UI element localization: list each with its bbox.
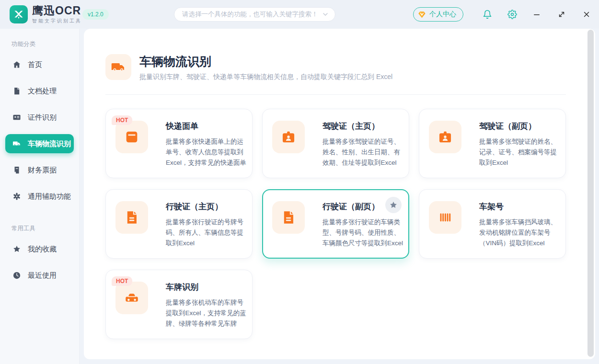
- truck-icon: [105, 54, 131, 80]
- card-title: 车牌识别: [166, 282, 246, 293]
- page-subtitle: 批量识别车牌、驾驶证、快递单等车辆物流相关信息，自动提取关键字段汇总到 Exce…: [139, 73, 392, 81]
- card-desc: 批量将多张快递面单上的运单号、收寄人信息等提取到Excel，支持常见的快递面单: [166, 136, 246, 168]
- card-title: 车架号: [479, 201, 560, 212]
- card-desc: 批量将多张行驶证的号牌号码、所有人、车辆信息等提取到Excel: [166, 217, 246, 249]
- version-badge: v1.2.0: [82, 9, 109, 20]
- sidebar-section-label: 常用工具: [0, 213, 79, 239]
- card-title: 快递面单: [166, 121, 246, 132]
- chevron-down-icon: [322, 11, 329, 18]
- card-desc: 批量将多张行驶证的车辆类型、号牌号码、使用性质、车辆颜色尺寸等提取到Excel: [323, 217, 403, 249]
- hot-badge: HOT: [112, 115, 132, 125]
- sidebar-item-label: 证件识别: [28, 113, 57, 122]
- document-lines-icon: [272, 201, 305, 234]
- hot-badge: HOT: [112, 276, 132, 286]
- card-desc: 批量将多张驾驶证的姓名、记录、证号、档案编号等提取到Excel: [479, 136, 560, 168]
- star-icon: [389, 201, 398, 209]
- receipt-icon: [12, 166, 21, 174]
- truck-icon: [12, 139, 21, 148]
- card-title: 行驶证（主页）: [166, 201, 246, 212]
- category-header: 车辆物流识别 批量识别车牌、驾驶证、快递单等车辆物流相关信息，自动提取关键字段汇…: [105, 54, 566, 81]
- gear-icon[interactable]: [507, 10, 517, 19]
- sidebar-item-label: 通用辅助功能: [28, 192, 71, 201]
- main-panel: 车辆物流识别 批量识别车牌、驾驶证、快递单等车辆物流相关信息，自动提取关键字段汇…: [84, 29, 595, 359]
- card-vehicle-license-secondary[interactable]: 行驶证（副页） 批量将多张行驶证的车辆类型、号牌号码、使用性质、车辆颜色尺寸等提…: [262, 189, 409, 259]
- sidebar-item-label: 财务票据: [28, 166, 57, 175]
- brand-block: 鹰迅OCR 智能文字识别工具: [32, 4, 82, 24]
- minimize-icon[interactable]: [532, 10, 541, 19]
- feature-card-grid: HOT 快递面单 批量将多张快递面单上的运单号、收寄人信息等提取到Excel，支…: [105, 109, 566, 339]
- card-desc: 批量将多张车辆挡风玻璃、发动机铭牌位置的车架号（VIN码）提取到Excel: [479, 217, 560, 249]
- sidebar-item-recent[interactable]: 最近使用: [5, 266, 74, 285]
- card-driver-license-secondary[interactable]: 驾驶证（副页） 批量将多张驾驶证的姓名、记录、证号、档案编号等提取到Excel: [419, 109, 566, 178]
- document-icon: [12, 87, 21, 95]
- sidebar-item-finance-tickets[interactable]: 财务票据: [5, 160, 74, 180]
- user-center-button[interactable]: 个人中心: [413, 7, 463, 22]
- id-card-icon: [12, 113, 21, 122]
- app-logo-icon: [10, 5, 28, 23]
- page-title: 车辆物流识别: [139, 54, 392, 68]
- id-badge-icon: [272, 121, 305, 153]
- sidebar-item-documents[interactable]: 文档处理: [5, 81, 74, 101]
- app-tagline: 智能文字识别工具: [32, 18, 82, 24]
- sidebar-item-favorites[interactable]: 我的收藏: [5, 239, 74, 259]
- sidebar-item-general-tools[interactable]: 通用辅助功能: [5, 187, 74, 206]
- card-desc: 批量将多张机动车的车牌号提取到Excel，支持常见的蓝牌、绿牌等各种常见车牌: [166, 297, 246, 329]
- sidebar: 功能分类 首页 文档处理 证件识别: [0, 29, 80, 364]
- barcode-icon: [429, 201, 461, 234]
- header-divider: [105, 94, 566, 95]
- sidebar-item-label: 最近使用: [28, 271, 57, 280]
- clock-icon: [12, 271, 21, 280]
- home-icon: [12, 60, 21, 69]
- sidebar-item-label: 首页: [28, 60, 42, 69]
- card-title: 驾驶证（副页）: [479, 121, 560, 132]
- function-search-select[interactable]: 请选择一个具体的功能，也可输入关键字搜索！: [174, 7, 335, 22]
- bell-icon[interactable]: [483, 10, 492, 19]
- sidebar-item-label: 车辆物流识别: [28, 139, 71, 148]
- card-title: 驾驶证（主页）: [323, 121, 403, 132]
- close-icon[interactable]: [582, 10, 591, 19]
- card-express-waybill[interactable]: HOT 快递面单 批量将多张快递面单上的运单号、收寄人信息等提取到Excel，支…: [105, 109, 253, 178]
- card-desc: 批量将多张驾驶证的证号、姓名、性别、出生日期、有效期、住址等提取到Excel: [323, 136, 403, 168]
- sidebar-item-label: 文档处理: [28, 87, 57, 96]
- car-icon: [115, 282, 148, 314]
- app-title: 鹰迅OCR: [32, 4, 82, 17]
- topbar: 鹰迅OCR 智能文字识别工具 v1.2.0 请选择一个具体的功能，也可输入关键字…: [0, 0, 599, 29]
- sidebar-section-label: 功能分类: [0, 36, 79, 55]
- vertical-scrollbar[interactable]: [587, 30, 594, 357]
- vip-gem-icon: [417, 10, 426, 19]
- favorite-star-button[interactable]: [385, 197, 402, 213]
- card-driver-license-main[interactable]: 驾驶证（主页） 批量将多张驾驶证的证号、姓名、性别、出生日期、有效期、住址等提取…: [262, 109, 409, 178]
- sidebar-item-id-recognition[interactable]: 证件识别: [5, 108, 74, 127]
- sidebar-item-vehicle-logistics[interactable]: 车辆物流识别: [5, 134, 74, 153]
- resize-icon[interactable]: [557, 10, 566, 19]
- document-lines-icon: [115, 201, 148, 234]
- id-badge-icon: [429, 121, 461, 153]
- search-placeholder: 请选择一个具体的功能，也可输入关键字搜索！: [182, 10, 322, 19]
- star-icon: [12, 245, 21, 253]
- card-vehicle-license-main[interactable]: 行驶证（主页） 批量将多张行驶证的号牌号码、所有人、车辆信息等提取到Excel: [105, 189, 253, 259]
- sidebar-item-home[interactable]: 首页: [5, 55, 74, 74]
- sidebar-item-label: 我的收藏: [28, 245, 57, 254]
- gear-asterisk-icon: [12, 192, 21, 201]
- user-center-label: 个人中心: [429, 10, 456, 19]
- card-license-plate[interactable]: HOT 车牌识别 批量将多张机动车的车牌号提取到Excel，支持常见的蓝牌、绿牌…: [105, 270, 253, 339]
- package-icon: [115, 121, 148, 153]
- card-vin-number[interactable]: 车架号 批量将多张车辆挡风玻璃、发动机铭牌位置的车架号（VIN码）提取到Exce…: [419, 189, 566, 259]
